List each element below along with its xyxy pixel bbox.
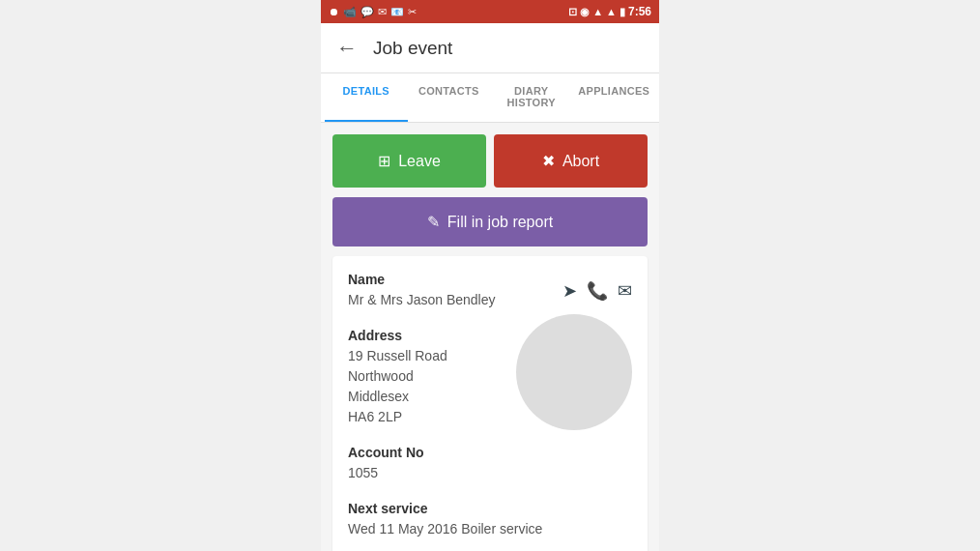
leave-icon: ⊞ [378,152,390,170]
scissors-icon: ✂ [408,6,417,18]
page-title: Job event [373,38,452,59]
address-line1: 19 Russell Road [348,346,504,366]
abort-label: Abort [562,153,599,170]
app-header: ← Job event [321,23,659,73]
name-block: Name Mr & Mrs Jason Bendley [348,272,496,310]
address-label: Address [348,328,504,343]
map-thumbnail[interactable] [516,314,632,430]
account-section: Account No 1055 [348,445,632,483]
fill-report-button[interactable]: ✎ Fill in job report [332,197,648,246]
fill-report-label: Fill in job report [447,214,553,231]
customer-info-card: Name Mr & Mrs Jason Bendley ➤ 📞 ✉ Addres… [332,256,648,551]
tab-details[interactable]: DETAILS [325,73,408,122]
next-service-label: Next service [348,501,632,516]
next-service-value: Wed 11 May 2016 Boiler service [348,519,632,539]
account-label: Account No [348,445,632,460]
address-line3: Middlesex [348,387,504,407]
video-icon: 📹 [343,6,357,18]
status-icons-right: ⊡ ◉ ▲ ▲ ▮ 7:56 [568,5,651,18]
name-value: Mr & Mrs Jason Bendley [348,290,496,310]
action-buttons-row: ⊞ Leave ✖ Abort [332,134,648,188]
status-icons-left: ⏺ 📹 💬 ✉ 📧 ✂ [329,6,417,18]
leave-button[interactable]: ⊞ Leave [332,134,486,188]
account-value: 1055 [348,463,632,483]
whatsapp-icon: 💬 [360,6,374,18]
wifi-icon: ▲ [592,6,603,17]
email-icon: 📧 [390,6,404,18]
status-bar: ⏺ 📹 💬 ✉ 📧 ✂ ⊡ ◉ ▲ ▲ ▮ 7:56 [321,0,659,23]
tab-contacts[interactable]: CONTACTS [408,73,491,122]
cast-icon: ⊡ [568,6,577,18]
tab-appliances[interactable]: APPLIANCES [573,73,656,122]
back-button[interactable]: ← [336,36,358,61]
network-icon: ▲ [606,6,617,17]
phone-icon[interactable]: 📞 [587,280,608,302]
battery-icon: ▮ [620,6,625,18]
abort-icon: ✖ [542,152,555,170]
address-section: Address 19 Russell Road Northwood Middle… [348,328,504,427]
contact-icons: ➤ 📞 ✉ [562,280,632,302]
name-label: Name [348,272,496,287]
navigate-icon[interactable]: ➤ [562,280,577,302]
name-section: Name Mr & Mrs Jason Bendley ➤ 📞 ✉ [348,272,632,310]
address-line2: Northwood [348,366,504,387]
leave-label: Leave [398,153,441,170]
time-display: 7:56 [628,5,651,18]
signal-icon: ◉ [580,6,590,18]
fill-report-icon: ✎ [427,213,440,231]
next-service-section: Next service Wed 11 May 2016 Boiler serv… [348,501,632,539]
main-content: ⊞ Leave ✖ Abort ✎ Fill in job report Nam… [321,123,659,551]
abort-button[interactable]: ✖ Abort [494,134,648,188]
email-contact-icon[interactable]: ✉ [618,280,632,302]
tab-bar: DETAILS CONTACTS DIARY HISTORY APPLIANCE… [321,73,659,123]
tab-diary-history[interactable]: DIARY HISTORY [490,73,573,122]
address-line4: HA6 2LP [348,407,504,427]
message-icon: ✉ [378,6,387,18]
record-icon: ⏺ [329,6,339,17]
